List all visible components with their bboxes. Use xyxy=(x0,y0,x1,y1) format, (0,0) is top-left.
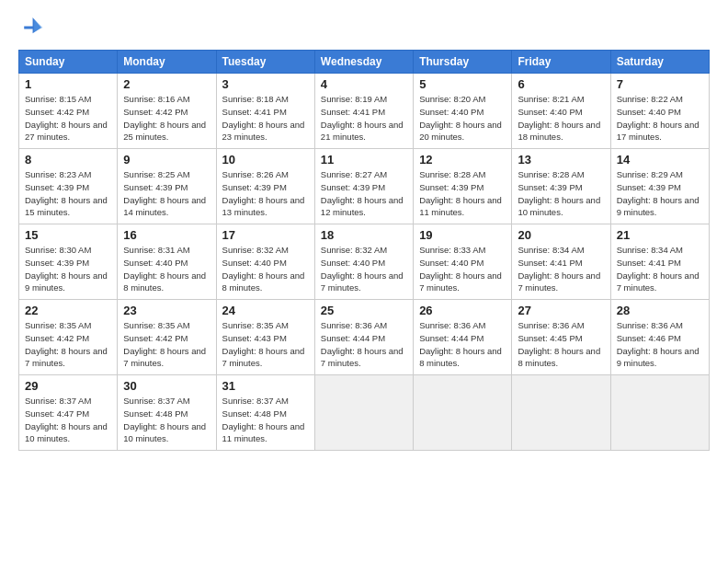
day-info: Sunrise: 8:21 AMSunset: 4:40 PMDaylight:… xyxy=(518,93,604,144)
calendar-cell: 3Sunrise: 8:18 AMSunset: 4:41 PMDaylight… xyxy=(216,74,314,149)
day-number: 17 xyxy=(222,228,309,242)
day-number: 18 xyxy=(321,228,407,242)
calendar-cell: 26Sunrise: 8:36 AMSunset: 4:44 PMDayligh… xyxy=(414,300,512,375)
col-header-tuesday: Tuesday xyxy=(216,51,314,74)
col-header-monday: Monday xyxy=(118,51,216,74)
main-container: SundayMondayTuesdayWednesdayThursdayFrid… xyxy=(0,0,728,460)
calendar-cell: 8Sunrise: 8:23 AMSunset: 4:39 PMDaylight… xyxy=(19,149,118,224)
calendar-cell: 6Sunrise: 8:21 AMSunset: 4:40 PMDaylight… xyxy=(512,74,610,149)
logo-icon xyxy=(18,15,44,40)
day-info: Sunrise: 8:37 AMSunset: 4:48 PMDaylight:… xyxy=(222,395,309,445)
calendar-cell xyxy=(610,375,709,451)
calendar-cell: 18Sunrise: 8:32 AMSunset: 4:40 PMDayligh… xyxy=(314,224,413,300)
day-info: Sunrise: 8:29 AMSunset: 4:39 PMDaylight:… xyxy=(617,168,703,219)
week-row-4: 22Sunrise: 8:35 AMSunset: 4:42 PMDayligh… xyxy=(19,300,710,375)
day-info: Sunrise: 8:34 AMSunset: 4:41 PMDaylight:… xyxy=(617,244,703,294)
calendar-cell: 19Sunrise: 8:33 AMSunset: 4:40 PMDayligh… xyxy=(414,224,512,300)
day-number: 6 xyxy=(518,77,604,91)
calendar-cell: 16Sunrise: 8:31 AMSunset: 4:40 PMDayligh… xyxy=(118,224,216,300)
day-number: 28 xyxy=(617,304,703,317)
day-number: 24 xyxy=(222,304,309,317)
day-number: 15 xyxy=(25,228,111,242)
col-header-saturday: Saturday xyxy=(610,51,709,74)
calendar-cell: 22Sunrise: 8:35 AMSunset: 4:42 PMDayligh… xyxy=(19,300,118,375)
day-number: 3 xyxy=(222,77,309,91)
day-number: 30 xyxy=(123,379,210,393)
day-info: Sunrise: 8:23 AMSunset: 4:39 PMDaylight:… xyxy=(25,168,111,219)
calendar-cell: 17Sunrise: 8:32 AMSunset: 4:40 PMDayligh… xyxy=(216,224,314,300)
calendar-cell: 10Sunrise: 8:26 AMSunset: 4:39 PMDayligh… xyxy=(216,149,314,224)
calendar-cell: 12Sunrise: 8:28 AMSunset: 4:39 PMDayligh… xyxy=(414,149,512,224)
day-info: Sunrise: 8:15 AMSunset: 4:42 PMDaylight:… xyxy=(25,93,111,144)
calendar-cell: 7Sunrise: 8:22 AMSunset: 4:40 PMDaylight… xyxy=(610,74,709,149)
calendar-cell: 9Sunrise: 8:25 AMSunset: 4:39 PMDaylight… xyxy=(118,149,216,224)
day-number: 21 xyxy=(617,228,703,242)
week-row-2: 8Sunrise: 8:23 AMSunset: 4:39 PMDaylight… xyxy=(19,149,710,224)
day-number: 29 xyxy=(25,379,111,393)
day-number: 9 xyxy=(123,153,210,167)
day-info: Sunrise: 8:36 AMSunset: 4:46 PMDaylight:… xyxy=(617,319,703,370)
day-info: Sunrise: 8:25 AMSunset: 4:39 PMDaylight:… xyxy=(123,168,210,219)
col-header-wednesday: Wednesday xyxy=(314,51,413,74)
calendar-cell: 13Sunrise: 8:28 AMSunset: 4:39 PMDayligh… xyxy=(512,149,610,224)
col-header-sunday: Sunday xyxy=(19,51,118,74)
day-number: 25 xyxy=(321,304,407,317)
day-info: Sunrise: 8:28 AMSunset: 4:39 PMDaylight:… xyxy=(518,168,604,219)
week-row-5: 29Sunrise: 8:37 AMSunset: 4:47 PMDayligh… xyxy=(19,375,710,451)
calendar-cell: 24Sunrise: 8:35 AMSunset: 4:43 PMDayligh… xyxy=(216,300,314,375)
day-number: 2 xyxy=(123,77,210,91)
day-number: 20 xyxy=(518,228,604,242)
calendar-cell: 23Sunrise: 8:35 AMSunset: 4:42 PMDayligh… xyxy=(118,300,216,375)
logo xyxy=(18,15,48,40)
day-info: Sunrise: 8:36 AMSunset: 4:44 PMDaylight:… xyxy=(419,319,506,370)
day-info: Sunrise: 8:26 AMSunset: 4:39 PMDaylight:… xyxy=(222,168,309,219)
day-number: 4 xyxy=(321,77,407,91)
day-number: 16 xyxy=(123,228,210,242)
calendar-cell: 25Sunrise: 8:36 AMSunset: 4:44 PMDayligh… xyxy=(314,300,413,375)
calendar-cell: 20Sunrise: 8:34 AMSunset: 4:41 PMDayligh… xyxy=(512,224,610,300)
day-info: Sunrise: 8:35 AMSunset: 4:42 PMDaylight:… xyxy=(123,319,210,370)
calendar-cell xyxy=(512,375,610,451)
week-row-3: 15Sunrise: 8:30 AMSunset: 4:39 PMDayligh… xyxy=(19,224,710,300)
day-info: Sunrise: 8:18 AMSunset: 4:41 PMDaylight:… xyxy=(222,93,309,144)
day-info: Sunrise: 8:22 AMSunset: 4:40 PMDaylight:… xyxy=(617,93,703,144)
calendar-cell: 5Sunrise: 8:20 AMSunset: 4:40 PMDaylight… xyxy=(414,74,512,149)
calendar-cell: 4Sunrise: 8:19 AMSunset: 4:41 PMDaylight… xyxy=(314,74,413,149)
day-info: Sunrise: 8:27 AMSunset: 4:39 PMDaylight:… xyxy=(321,168,407,219)
day-info: Sunrise: 8:36 AMSunset: 4:44 PMDaylight:… xyxy=(321,319,407,370)
day-info: Sunrise: 8:37 AMSunset: 4:47 PMDaylight:… xyxy=(25,395,111,445)
day-info: Sunrise: 8:36 AMSunset: 4:45 PMDaylight:… xyxy=(518,319,604,370)
calendar-cell: 2Sunrise: 8:16 AMSunset: 4:42 PMDaylight… xyxy=(118,74,216,149)
day-info: Sunrise: 8:37 AMSunset: 4:48 PMDaylight:… xyxy=(123,395,210,445)
week-row-1: 1Sunrise: 8:15 AMSunset: 4:42 PMDaylight… xyxy=(19,74,710,149)
header xyxy=(18,15,710,40)
day-number: 22 xyxy=(25,304,111,317)
svg-marker-1 xyxy=(34,19,42,32)
day-number: 14 xyxy=(617,153,703,167)
day-number: 13 xyxy=(518,153,604,167)
calendar-cell: 14Sunrise: 8:29 AMSunset: 4:39 PMDayligh… xyxy=(610,149,709,224)
day-info: Sunrise: 8:34 AMSunset: 4:41 PMDaylight:… xyxy=(518,244,604,294)
calendar-cell xyxy=(314,375,413,451)
day-info: Sunrise: 8:35 AMSunset: 4:42 PMDaylight:… xyxy=(25,319,111,370)
calendar-cell xyxy=(414,375,512,451)
day-number: 23 xyxy=(123,304,210,317)
calendar-cell: 21Sunrise: 8:34 AMSunset: 4:41 PMDayligh… xyxy=(610,224,709,300)
day-info: Sunrise: 8:35 AMSunset: 4:43 PMDaylight:… xyxy=(222,319,309,370)
calendar-cell: 15Sunrise: 8:30 AMSunset: 4:39 PMDayligh… xyxy=(19,224,118,300)
day-number: 12 xyxy=(419,153,506,167)
day-info: Sunrise: 8:32 AMSunset: 4:40 PMDaylight:… xyxy=(222,244,309,294)
day-number: 26 xyxy=(419,304,506,317)
day-number: 10 xyxy=(222,153,309,167)
day-info: Sunrise: 8:19 AMSunset: 4:41 PMDaylight:… xyxy=(321,93,407,144)
day-number: 7 xyxy=(617,77,703,91)
day-number: 19 xyxy=(419,228,506,242)
day-number: 11 xyxy=(321,153,407,167)
day-number: 5 xyxy=(419,77,506,91)
calendar-header-row: SundayMondayTuesdayWednesdayThursdayFrid… xyxy=(19,51,710,74)
day-number: 1 xyxy=(25,77,111,91)
col-header-friday: Friday xyxy=(512,51,610,74)
day-info: Sunrise: 8:31 AMSunset: 4:40 PMDaylight:… xyxy=(123,244,210,294)
calendar-cell: 11Sunrise: 8:27 AMSunset: 4:39 PMDayligh… xyxy=(314,149,413,224)
day-info: Sunrise: 8:30 AMSunset: 4:39 PMDaylight:… xyxy=(25,244,111,294)
